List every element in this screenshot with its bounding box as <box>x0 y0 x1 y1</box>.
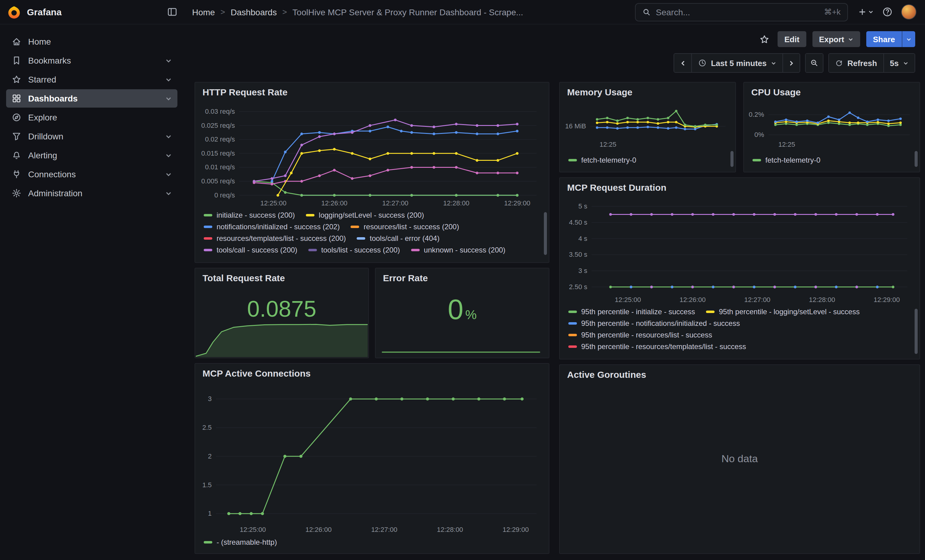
panel-title[interactable]: HTTP Request Rate <box>202 87 288 97</box>
legend-item[interactable]: 95th percentile - resources/list - succe… <box>568 331 712 339</box>
zoom-out-button[interactable] <box>806 54 823 72</box>
memory-usage-chart[interactable]: 16 MiB12:25 <box>563 100 731 149</box>
legend-item[interactable]: resources/templates/list - success (200) <box>204 234 346 243</box>
legend-label: 95th percentile - resources/templates/li… <box>581 342 746 351</box>
chevron-down-icon[interactable] <box>165 76 172 83</box>
sidebar-item-connections[interactable]: Connections <box>6 165 178 183</box>
chevron-down-icon[interactable] <box>165 171 172 177</box>
legend-label: initialize - success (200) <box>217 211 295 219</box>
zoom-out-group <box>805 53 823 73</box>
legend-swatch <box>308 249 317 251</box>
legend-scrollbar[interactable] <box>731 151 734 167</box>
chart-legend: - (streamable-http) <box>204 538 538 549</box>
panel-title[interactable]: Active Goroutines <box>567 369 646 380</box>
legend-item[interactable]: fetch-telemetry-0 <box>568 156 636 164</box>
sidebar: Home Bookmarks Starred Dashboards Explor… <box>0 24 184 560</box>
legend-item[interactable]: unknown - success (200) <box>411 246 506 254</box>
sidebar-item-dashboards[interactable]: Dashboards <box>6 89 178 108</box>
legend-item[interactable]: 95th percentile - notifications/initiali… <box>568 319 740 328</box>
share-button[interactable]: Share <box>866 31 902 47</box>
svg-text:4 s: 4 s <box>579 235 587 242</box>
legend-item[interactable]: initialize - success (200) <box>204 211 295 219</box>
chevron-down-icon <box>906 36 911 42</box>
refresh-interval-button[interactable]: 5s <box>883 54 914 72</box>
favorite-star-button[interactable] <box>757 32 771 46</box>
legend-item[interactable]: 95th percentile - logging/setLevel - suc… <box>706 308 860 316</box>
legend-swatch <box>568 159 577 161</box>
svg-text:12:27:00: 12:27:00 <box>382 199 408 207</box>
cpu-usage-chart[interactable]: 0.2%0%12:25 <box>747 100 914 149</box>
brand-title: Grafana <box>27 7 62 17</box>
error-rate-value: 0 % <box>376 293 549 326</box>
active-connections-chart[interactable]: 32.521.5112:25:0012:26:0012:27:0012:28:0… <box>200 383 541 534</box>
search-input[interactable] <box>656 7 819 17</box>
sidebar-item-home[interactable]: Home <box>6 32 178 51</box>
svg-text:3 s: 3 s <box>579 267 587 275</box>
breadcrumb-dashboards[interactable]: Dashboards <box>230 7 277 17</box>
legend-item[interactable]: 95th percentile - resources/templates/li… <box>568 342 746 351</box>
sidebar-item-bookmarks[interactable]: Bookmarks <box>6 51 178 70</box>
chevron-down-icon[interactable] <box>165 152 172 159</box>
grafana-logo[interactable] <box>8 5 21 19</box>
legend-scrollbar[interactable] <box>544 212 547 255</box>
legend-item[interactable]: - (streamable-http) <box>204 538 277 546</box>
time-back-button[interactable] <box>674 54 691 72</box>
share-menu-button[interactable] <box>902 31 915 47</box>
legend-label: tools/call - success (200) <box>217 246 297 254</box>
legend-item[interactable]: tools/call - error (404) <box>357 234 440 243</box>
svg-text:3: 3 <box>208 395 212 402</box>
svg-text:0.025 req/s: 0.025 req/s <box>201 122 235 129</box>
edit-button[interactable]: Edit <box>777 31 806 47</box>
sidebar-item-drilldown[interactable]: Drilldown <box>6 127 178 146</box>
sidebar-item-explore[interactable]: Explore <box>6 108 178 126</box>
legend-item[interactable]: notifications/initialized - success (202… <box>204 222 340 231</box>
legend-item[interactable]: fetch-telemetry-0 <box>752 156 820 164</box>
request-duration-chart[interactable]: 5 s4.50 s4 s3.50 s3 s2.50 s12:25:0012:26… <box>565 197 912 304</box>
legend-item[interactable]: resources/list - success (200) <box>351 222 459 231</box>
legend-scrollbar[interactable] <box>914 151 917 167</box>
add-button[interactable] <box>858 8 874 17</box>
time-forward-button[interactable] <box>782 54 800 72</box>
legend-scrollbar[interactable] <box>914 309 917 354</box>
sidebar-toggle-icon[interactable] <box>167 7 178 17</box>
svg-text:12:27:00: 12:27:00 <box>744 296 771 303</box>
sidebar-item-alerting[interactable]: Alerting <box>6 146 178 164</box>
user-avatar[interactable] <box>901 4 916 20</box>
sidebar-item-starred[interactable]: Starred <box>6 70 178 89</box>
share-split-button: Share <box>866 31 915 47</box>
search-box[interactable]: ⌘+k <box>635 3 848 21</box>
chevron-down-icon[interactable] <box>165 95 172 102</box>
legend-label: - (streamable-http) <box>217 538 277 546</box>
panel-title[interactable]: CPU Usage <box>751 87 801 97</box>
panel-title[interactable]: Memory Usage <box>567 87 632 97</box>
panel-title[interactable]: Error Rate <box>383 273 428 283</box>
export-button[interactable]: Export <box>812 31 860 47</box>
legend-swatch <box>306 214 315 216</box>
panel-title[interactable]: MCP Request Duration <box>567 182 666 192</box>
panel-title[interactable]: MCP Active Connections <box>202 368 310 378</box>
chart-legend: initialize - success (200)logging/setLev… <box>204 211 538 257</box>
chevron-down-icon[interactable] <box>165 57 172 64</box>
http-request-rate-chart[interactable]: 0.03 req/s0.025 req/s0.02 req/s0.015 req… <box>200 102 541 207</box>
panel-title[interactable]: Total Request Rate <box>202 273 285 283</box>
sidebar-item-label: Starred <box>28 75 56 84</box>
time-range-picker[interactable]: Last 5 minutes <box>691 54 782 72</box>
legend-item[interactable]: tools/list - success (200) <box>308 246 400 254</box>
help-button[interactable] <box>882 7 893 17</box>
sidebar-item-administration[interactable]: Administration <box>6 184 178 203</box>
svg-text:12:27:00: 12:27:00 <box>371 526 397 533</box>
legend-item[interactable]: 95th percentile - initialize - success <box>568 308 695 316</box>
breadcrumb-home[interactable]: Home <box>192 7 215 17</box>
chevron-down-icon[interactable] <box>165 133 172 140</box>
svg-text:3.50 s: 3.50 s <box>569 251 587 258</box>
svg-text:2.50 s: 2.50 s <box>569 283 587 291</box>
legend-swatch <box>568 334 577 336</box>
legend-swatch <box>568 322 577 324</box>
legend-item[interactable]: tools/call - success (200) <box>204 246 297 254</box>
chevron-down-icon[interactable] <box>165 190 172 197</box>
legend-label: logging/setLevel - success (200) <box>319 211 424 219</box>
svg-text:12:25:00: 12:25:00 <box>260 199 286 207</box>
refresh-button[interactable]: Refresh <box>829 54 883 72</box>
legend-item[interactable]: logging/setLevel - success (200) <box>306 211 424 219</box>
legend-label: 95th percentile - resources/list - succe… <box>581 331 712 339</box>
